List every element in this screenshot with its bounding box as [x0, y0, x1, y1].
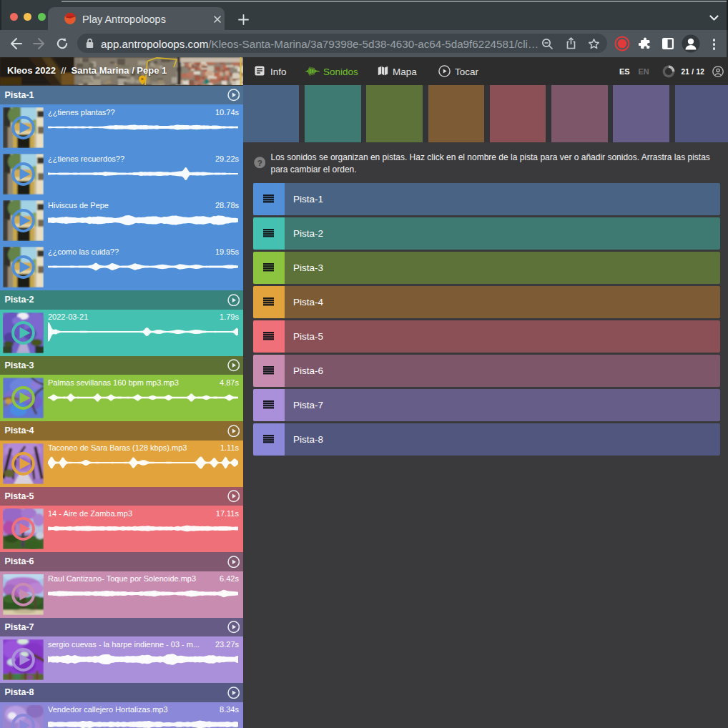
svg-text:?: ? [257, 159, 262, 167]
